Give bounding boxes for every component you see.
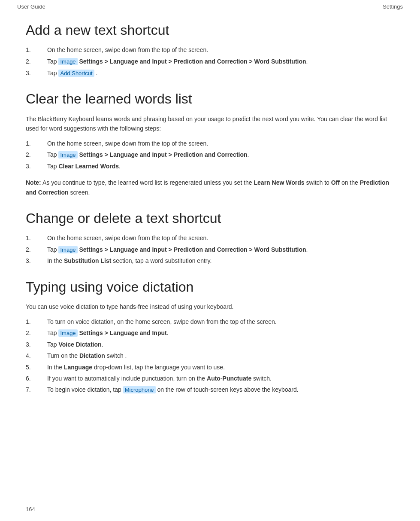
step-3-add-shortcut: 3. Tap Add Shortcut . <box>26 68 394 78</box>
step-3-change-delete: 3. In the Substitution List section, tap… <box>26 256 394 265</box>
step-content: Tap Image Settings > Language and Input … <box>47 57 394 67</box>
section-add-shortcut: Add a new text shortcut 1. On the home s… <box>26 22 394 78</box>
step-num: 1. <box>26 45 47 55</box>
step-2-voice-dictation: 2. Tap Image Settings > Language and Inp… <box>26 328 394 338</box>
section-title-add-shortcut: Add a new text shortcut <box>26 22 394 38</box>
step-content: On the home screen, swipe down from the … <box>47 45 394 55</box>
step-content: Turn on the Dictation switch . <box>47 351 394 360</box>
substitution-list-label: Substitution List <box>64 257 111 264</box>
settings-path: Settings > Language and Input > Predicti… <box>79 58 306 65</box>
page-footer: 164 <box>26 506 35 512</box>
step-3-clear-words: 3. Tap Clear Learned Words. <box>26 161 394 171</box>
step-1-add-shortcut: 1. On the home screen, swipe down from t… <box>26 45 394 55</box>
main-content: Add a new text shortcut 1. On the home s… <box>0 13 420 425</box>
settings-path: Settings > Language and Input > Predicti… <box>79 246 306 253</box>
step-num: 5. <box>26 363 47 372</box>
step-num: 3. <box>26 340 47 349</box>
add-shortcut-badge: Add Shortcut <box>58 70 94 77</box>
step-num: 1. <box>26 317 47 326</box>
section-voice-dictation: Typing using voice dictation You can use… <box>26 279 394 395</box>
step-1-voice-dictation: 1. To turn on voice dictation, on the ho… <box>26 317 394 326</box>
section-title-change-delete: Change or delete a text shortcut <box>26 210 394 226</box>
off-label: Off <box>331 179 340 186</box>
step-num: 3. <box>26 68 47 78</box>
step-num: 4. <box>26 351 47 360</box>
step-content: On the home screen, swipe down from the … <box>47 233 394 243</box>
step-5-voice-dictation: 5. In the Language drop-down list, tap t… <box>26 363 394 372</box>
learn-new-words-label: Learn New Words <box>254 179 305 186</box>
step-2-clear-words: 2. Tap Image Settings > Language and Inp… <box>26 150 394 160</box>
auto-punctuate-label: Auto-Punctuate <box>207 375 251 382</box>
step-num: 3. <box>26 256 47 265</box>
voice-dictation-label: Voice Dictation <box>58 341 101 348</box>
image-badge: Image <box>58 151 77 158</box>
step-content: Tap Image Settings > Language and Input. <box>47 328 394 338</box>
image-badge: Image <box>58 329 77 337</box>
image-badge: Image <box>58 246 77 253</box>
step-num: 2. <box>26 328 47 338</box>
settings-path: Settings > Language and Input > Predicti… <box>79 151 248 158</box>
step-content: In the Substitution List section, tap a … <box>47 256 394 265</box>
step-content: Tap Add Shortcut . <box>47 68 394 78</box>
section-change-delete: Change or delete a text shortcut 1. On t… <box>26 210 394 266</box>
step-4-voice-dictation: 4. Turn on the Dictation switch . <box>26 351 394 360</box>
step-content: If you want to automatically include pun… <box>47 374 394 383</box>
step-1-change-delete: 1. On the home screen, swipe down from t… <box>26 233 394 243</box>
settings-path: Settings > Language and Input <box>79 329 167 336</box>
page-number: 164 <box>26 506 35 512</box>
step-num: 2. <box>26 150 47 160</box>
dictation-label: Dictation <box>79 352 105 359</box>
header-left: User Guide <box>17 3 45 10</box>
page-header: User Guide Settings <box>0 0 420 13</box>
step-content: Tap Image Settings > Language and Input … <box>47 245 394 255</box>
step-content: To begin voice dictation, tap Microphone… <box>47 385 394 395</box>
section-intro-voice-dictation: You can use voice dictation to type hand… <box>26 302 394 311</box>
step-num: 3. <box>26 161 47 171</box>
step-content: On the home screen, swipe down from the … <box>47 139 394 148</box>
clear-learned-words-label: Clear Learned Words <box>58 163 119 170</box>
note-clear-words: Note: As you continue to type, the learn… <box>26 178 394 197</box>
image-badge: Image <box>58 58 77 65</box>
step-7-voice-dictation: 7. To begin voice dictation, tap Microph… <box>26 385 394 395</box>
step-num: 2. <box>26 245 47 255</box>
language-label: Language <box>64 364 92 371</box>
step-2-change-delete: 2. Tap Image Settings > Language and Inp… <box>26 245 394 255</box>
steps-list-add-shortcut: 1. On the home screen, swipe down from t… <box>26 45 394 78</box>
step-6-voice-dictation: 6. If you want to automatically include … <box>26 374 394 383</box>
section-title-voice-dictation: Typing using voice dictation <box>26 279 394 295</box>
step-content: Tap Voice Dictation. <box>47 340 394 349</box>
step-num: 2. <box>26 57 47 67</box>
step-content: Tap Clear Learned Words. <box>47 161 394 171</box>
header-right: Settings <box>383 3 403 10</box>
steps-list-change-delete: 1. On the home screen, swipe down from t… <box>26 233 394 266</box>
step-3-voice-dictation: 3. Tap Voice Dictation. <box>26 340 394 349</box>
step-content: In the Language drop-down list, tap the … <box>47 363 394 372</box>
step-content: To turn on voice dictation, on the home … <box>47 317 394 326</box>
step-num: 6. <box>26 374 47 383</box>
note-label: Note: <box>26 179 41 186</box>
section-intro-clear-words: The BlackBerry Keyboard learns words and… <box>26 114 394 134</box>
step-num: 7. <box>26 385 47 395</box>
step-2-add-shortcut: 2. Tap Image Settings > Language and Inp… <box>26 57 394 67</box>
steps-list-voice-dictation: 1. To turn on voice dictation, on the ho… <box>26 317 394 395</box>
step-1-clear-words: 1. On the home screen, swipe down from t… <box>26 139 394 148</box>
step-num: 1. <box>26 233 47 243</box>
section-title-clear-words: Clear the learned words list <box>26 91 394 107</box>
section-clear-words: Clear the learned words list The BlackBe… <box>26 91 394 197</box>
step-num: 1. <box>26 139 47 148</box>
step-content: Tap Image Settings > Language and Input … <box>47 150 394 160</box>
steps-list-clear-words: 1. On the home screen, swipe down from t… <box>26 139 394 171</box>
microphone-badge: Microphone <box>123 386 156 393</box>
